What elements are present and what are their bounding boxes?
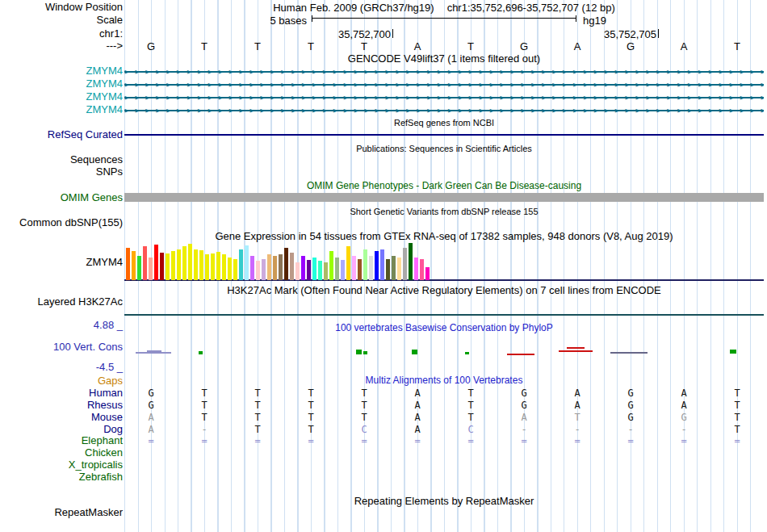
gtex-expression-bar-19[interactable] [228, 258, 232, 280]
track-title-dbsnp[interactable]: Short Genetic Variants from dbSNP releas… [124, 206, 764, 217]
gtex-expression-bar-52[interactable] [414, 258, 418, 280]
track-title-gencode[interactable]: GENCODE V49lift37 (1 items filtered out) [124, 53, 764, 65]
left-label-zebrafish[interactable]: Zebrafish [79, 471, 123, 483]
gtex-expression-bar-26[interactable] [267, 254, 271, 280]
gtex-expression-bar-40[interactable] [346, 246, 350, 280]
gtex-expression-bar-43[interactable] [363, 249, 367, 280]
gtex-expression-bar-18[interactable] [222, 254, 226, 280]
align-rhesus-base-6: A [414, 400, 420, 411]
gtex-expression-bar-36[interactable] [324, 262, 328, 280]
left-label-cons-min: -4.5 _ [96, 362, 123, 373]
track-title-refseq[interactable]: RefSeq genes from NCBI [124, 117, 764, 128]
gtex-expression-bar-3[interactable] [137, 256, 141, 280]
left-label-rhesus[interactable]: Rhesus [87, 400, 123, 411]
gtex-expression-bar-7[interactable] [160, 253, 164, 280]
left-label-elephant[interactable]: Elephant [82, 435, 123, 446]
left-label-mouse[interactable]: Mouse [91, 412, 123, 423]
track-title-repeatmasker[interactable]: Repeating Elements by RepeatMasker [124, 496, 764, 507]
track-title-multiz[interactable]: Multiz Alignments of 100 Vertebrates [124, 375, 764, 386]
gtex-expression-bar-15[interactable] [205, 254, 209, 280]
left-label-gaps[interactable]: Gaps [98, 375, 123, 387]
left-label-gencode-zmym4-1[interactable]: ZMYM4 [86, 65, 124, 77]
gtex-expression-bar-14[interactable] [199, 250, 203, 280]
gtex-expression-bar-10[interactable] [177, 249, 181, 280]
track-title-publications[interactable]: Publications: Sequences in Scientific Ar… [124, 143, 764, 154]
gtex-expression-bar-53[interactable] [420, 259, 424, 280]
phylop-mark-10 [567, 347, 585, 349]
gtex-expression-bar-5[interactable] [149, 258, 153, 280]
gtex-expression-bar-38[interactable] [335, 258, 339, 280]
gtex-expression-bar-27[interactable] [273, 256, 277, 280]
gtex-expression-bar-1[interactable] [126, 248, 130, 280]
gtex-expression-bar-12[interactable] [188, 244, 192, 280]
track-title-omim[interactable]: OMIM Gene Phenotypes - Dark Green Can Be… [124, 180, 764, 191]
gtex-expression-bar-49[interactable] [397, 258, 401, 280]
track-element-omim-gene-bar[interactable] [124, 193, 764, 202]
left-label-x-tropicalis[interactable]: X_tropicalis [69, 459, 123, 471]
left-label-layered-h3k27ac[interactable]: Layered H3K27Ac [37, 296, 123, 308]
left-label-gencode-zmym4-4[interactable]: ZMYM4 [86, 104, 124, 115]
gtex-expression-bar-11[interactable] [182, 246, 187, 280]
left-label-chicken[interactable]: Chicken [85, 447, 123, 459]
gtex-expression-bar-37[interactable] [329, 251, 333, 280]
ruler-base-2: T [178, 40, 231, 52]
align-mouse-base-5: T [361, 413, 367, 423]
gtex-expression-bar-9[interactable] [171, 251, 175, 280]
gtex-expression-bar-41[interactable] [352, 256, 356, 280]
gtex-expression-bar-20[interactable] [233, 259, 237, 280]
gtex-expression-bar-34[interactable] [312, 258, 316, 280]
left-label-human[interactable]: Human [89, 387, 123, 399]
gencode-transcript-ZMYM4-2[interactable]: >>>>>>>>>>>>>>>>>>>>>>>>>>>>>>>>>>>>>>>>… [124, 81, 764, 89]
gtex-expression-bar-2[interactable] [132, 251, 136, 280]
gtex-expression-bar-24[interactable] [256, 261, 260, 280]
gtex-expression-bar-28[interactable] [279, 254, 283, 280]
gtex-expression-bar-6[interactable] [154, 245, 158, 280]
gtex-expression-bar-17[interactable] [216, 252, 220, 280]
gtex-expression-bar-16[interactable] [211, 253, 215, 280]
left-label-repeatmasker[interactable]: RepeatMasker [54, 507, 123, 518]
scale-value: 5 bases [270, 15, 307, 27]
left-label-sequences[interactable]: Sequences [70, 154, 123, 165]
left-label-omim-genes[interactable]: OMIM Genes [61, 192, 123, 203]
gtex-expression-bar-51[interactable] [409, 243, 413, 280]
gtex-expression-bar-32[interactable] [301, 256, 305, 280]
gtex-expression-bar-39[interactable] [341, 260, 345, 280]
left-label-gencode-zmym4-2[interactable]: ZMYM4 [86, 78, 124, 90]
gtex-expression-bar-35[interactable] [318, 261, 322, 280]
left-label-dog[interactable]: Dog [103, 424, 123, 435]
track-title-phylop[interactable]: 100 vertebrates Basewise Conservation by… [124, 322, 764, 333]
gencode-transcript-ZMYM4-3[interactable]: >>>>>>>>>>>>>>>>>>>>>>>>>>>>>>>>>>>>>>>>… [124, 94, 764, 102]
gencode-transcript-ZMYM4-1[interactable]: >>>>>>>>>>>>>>>>>>>>>>>>>>>>>>>>>>>>>>>>… [124, 68, 764, 76]
left-label-vert-cons[interactable]: 100 Vert. Cons [53, 341, 123, 353]
gtex-expression-bar-22[interactable] [245, 245, 249, 280]
gtex-expression-bar-44[interactable] [369, 256, 373, 280]
gencode-transcript-ZMYM4-4[interactable]: >>>>>>>>>>>>>>>>>>>>>>>>>>>>>>>>>>>>>>>>… [124, 107, 764, 115]
gtex-expression-bar-8[interactable] [166, 253, 170, 280]
gtex-expression-bar-30[interactable] [290, 253, 294, 280]
left-label-snps[interactable]: SNPs [96, 166, 123, 178]
gtex-expression-bar-47[interactable] [386, 259, 390, 280]
gtex-expression-bar-25[interactable] [262, 259, 266, 280]
gtex-expression-bar-50[interactable] [403, 248, 407, 280]
gtex-expression-bar-13[interactable] [194, 249, 198, 280]
left-label-gencode-zmym4-3[interactable]: ZMYM4 [86, 91, 124, 103]
gtex-expression-bar-45[interactable] [375, 251, 379, 280]
gtex-expression-bar-33[interactable] [307, 260, 311, 280]
gtex-expression-bar-46[interactable] [380, 249, 384, 280]
gtex-expression-bar-48[interactable] [392, 256, 396, 280]
align-dog-base-3: T [254, 425, 260, 435]
gtex-expression-bar-4[interactable] [143, 246, 147, 280]
left-label-refseq-curated[interactable]: RefSeq Curated [48, 129, 123, 140]
track-element-refseq-gene-line[interactable] [124, 134, 764, 136]
track-title-gtex[interactable]: Gene Expression in 54 tissues from GTEx … [124, 231, 764, 242]
left-label-gtex-zmym4[interactable]: ZMYM4 [86, 257, 124, 268]
gtex-expression-bar-29[interactable] [284, 248, 288, 280]
ruler-base-1: G [124, 40, 178, 52]
left-label-common-dbsnp[interactable]: Common dbSNP(155) [19, 217, 123, 228]
gtex-expression-bar-54[interactable] [425, 267, 430, 280]
gtex-expression-bar-31[interactable] [295, 262, 300, 280]
gtex-expression-bar-21[interactable] [239, 249, 243, 280]
track-title-h3k27ac[interactable]: H3K27Ac Mark (Often Found Near Active Re… [124, 285, 764, 296]
gtex-expression-bar-23[interactable] [250, 256, 254, 280]
gtex-expression-bar-42[interactable] [358, 259, 362, 280]
